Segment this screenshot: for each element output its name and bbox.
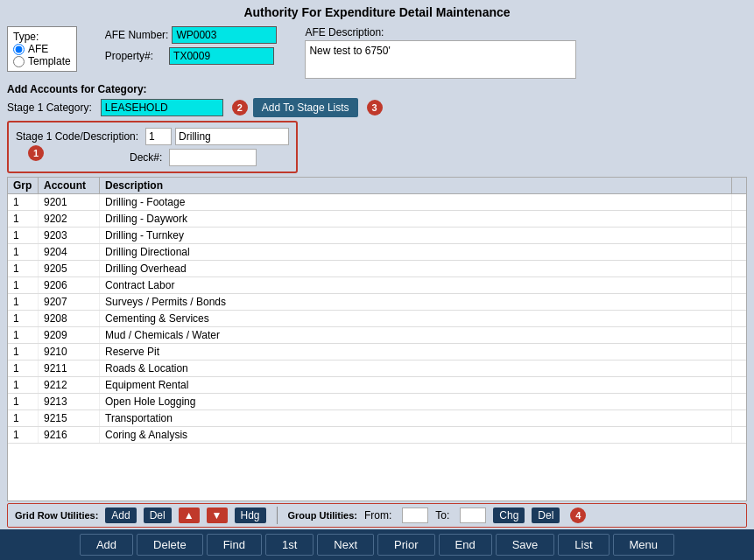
- grp-cell: 1: [8, 228, 39, 243]
- nav-button-delete[interactable]: Delete: [137, 534, 203, 556]
- extra-cell: [732, 327, 746, 343]
- extra-cell: [732, 394, 746, 410]
- grid-header: Grp Account Description: [8, 178, 746, 194]
- account-cell: 9216: [39, 427, 100, 443]
- grp-cell: 1: [8, 194, 39, 210]
- extra-cell: [732, 261, 746, 276]
- desc-cell: Transportation: [100, 410, 732, 426]
- table-row[interactable]: 1 9213 Open Hole Logging: [8, 394, 746, 410]
- nav-button-next[interactable]: Next: [317, 534, 374, 556]
- desc-cell: Reserve Pit: [100, 344, 732, 360]
- extra-cell: [732, 311, 746, 326]
- extra-cell: [732, 294, 746, 310]
- account-cell: 9202: [39, 211, 100, 227]
- grp-cell: 1: [8, 327, 39, 343]
- nav-button-save[interactable]: Save: [496, 534, 555, 556]
- to-input[interactable]: [460, 508, 486, 523]
- grp-cell: 1: [8, 360, 39, 376]
- table-row[interactable]: 1 9216 Coring & Analysis: [8, 427, 746, 444]
- type-label: Type:: [13, 31, 67, 43]
- account-cell: 9207: [39, 294, 100, 310]
- grp-cell: 1: [8, 244, 39, 260]
- nav-button-menu[interactable]: Menu: [613, 534, 675, 556]
- grp-cell: 1: [8, 277, 39, 293]
- afe-radio[interactable]: [13, 44, 25, 55]
- nav-button-prior[interactable]: Prior: [377, 534, 434, 556]
- badge-2: 2: [232, 100, 248, 116]
- account-header: Account: [39, 178, 100, 193]
- table-row[interactable]: 1 9215 Transportation: [8, 410, 746, 427]
- account-cell: 9204: [39, 244, 100, 260]
- grp-header: Grp: [8, 178, 39, 193]
- desc-header: Description: [100, 178, 732, 193]
- account-cell: 9215: [39, 410, 100, 426]
- grp-cell: 1: [8, 394, 39, 410]
- table-row[interactable]: 1 9204 Drilling Directional: [8, 244, 746, 261]
- from-label: From:: [364, 509, 391, 522]
- grp-cell: 1: [8, 377, 39, 393]
- table-row[interactable]: 1 9201 Drilling - Footage: [8, 194, 746, 211]
- desc-cell: Equipment Rental: [100, 377, 732, 393]
- stage1-code-input[interactable]: [145, 128, 172, 145]
- afe-desc-box: New test to 6750': [305, 40, 576, 79]
- table-row[interactable]: 1 9211 Roads & Location: [8, 360, 746, 377]
- utilities-bar: Grid Row Utilities: Add Del ▲ ▼ Hdg Grou…: [7, 503, 747, 528]
- table-row[interactable]: 1 9209 Mud / Chemicals / Water: [8, 327, 746, 344]
- nav-button-add[interactable]: Add: [80, 534, 133, 556]
- grid-add-button[interactable]: Add: [105, 508, 136, 523]
- chg-button[interactable]: Chg: [493, 508, 525, 523]
- afe-number-input[interactable]: [172, 26, 277, 44]
- desc-cell: Drilling Overhead: [100, 261, 732, 276]
- grp-cell: 1: [8, 427, 39, 443]
- grp-cell: 1: [8, 261, 39, 276]
- nav-bar: AddDeleteFind1stNextPriorEndSaveListMenu: [0, 529, 754, 560]
- nav-button-end[interactable]: End: [439, 534, 492, 556]
- from-input[interactable]: [402, 508, 428, 523]
- up-arrow-button[interactable]: ▲: [179, 508, 200, 523]
- extra-cell: [732, 344, 746, 360]
- group-utilities-label: Group Utilities:: [288, 510, 357, 521]
- grid-body[interactable]: 1 9201 Drilling - Footage 1 9202 Drillin…: [8, 194, 746, 498]
- property-label: Property#:: [105, 50, 153, 62]
- desc-cell: Roads & Location: [100, 360, 732, 376]
- accounts-grid: Grp Account Description 1 9201 Drilling …: [7, 177, 747, 501]
- nav-button-list[interactable]: List: [558, 534, 609, 556]
- group-del-button[interactable]: Del: [532, 508, 560, 523]
- account-cell: 9211: [39, 360, 100, 376]
- table-row[interactable]: 1 9207 Surveys / Permits / Bonds: [8, 294, 746, 311]
- template-radio[interactable]: [13, 56, 25, 67]
- table-row[interactable]: 1 9206 Contract Labor: [8, 277, 746, 294]
- afe-option-label: AFE: [28, 43, 48, 55]
- nav-button-find[interactable]: Find: [207, 534, 262, 556]
- down-arrow-button[interactable]: ▼: [207, 508, 228, 523]
- desc-cell: Coring & Analysis: [100, 427, 732, 443]
- desc-cell: Open Hole Logging: [100, 394, 732, 410]
- desc-cell: Drilling - Footage: [100, 194, 732, 210]
- account-cell: 9206: [39, 277, 100, 293]
- account-cell: 9208: [39, 311, 100, 326]
- property-input[interactable]: [169, 47, 274, 65]
- desc-cell: Mud / Chemicals / Water: [100, 327, 732, 343]
- table-row[interactable]: 1 9203 Drilling - Turnkey: [8, 228, 746, 244]
- table-row[interactable]: 1 9202 Drilling - Daywork: [8, 211, 746, 228]
- desc-cell: Drilling - Turnkey: [100, 228, 732, 243]
- table-row[interactable]: 1 9208 Cementing & Services: [8, 311, 746, 327]
- extra-cell: [732, 211, 746, 227]
- account-cell: 9203: [39, 228, 100, 243]
- hdg-button[interactable]: Hdg: [235, 508, 266, 523]
- nav-button-1st[interactable]: 1st: [265, 534, 314, 556]
- table-row[interactable]: 1 9205 Drilling Overhead: [8, 261, 746, 277]
- stage1-category-input[interactable]: [101, 99, 223, 116]
- page-title: Authority For Expenditure Detail Mainten…: [0, 0, 754, 23]
- desc-cell: Drilling - Daywork: [100, 211, 732, 227]
- account-cell: 9209: [39, 327, 100, 343]
- grid-del-button[interactable]: Del: [144, 508, 172, 523]
- stage1-desc-input[interactable]: [175, 128, 289, 145]
- deck-input[interactable]: [169, 149, 257, 166]
- desc-cell: Drilling Directional: [100, 244, 732, 260]
- table-row[interactable]: 1 9210 Reserve Pit: [8, 344, 746, 360]
- extra-cell: [732, 427, 746, 443]
- table-row[interactable]: 1 9212 Equipment Rental: [8, 377, 746, 394]
- account-cell: 9213: [39, 394, 100, 410]
- add-to-stage-button[interactable]: Add To Stage Lists: [253, 98, 358, 117]
